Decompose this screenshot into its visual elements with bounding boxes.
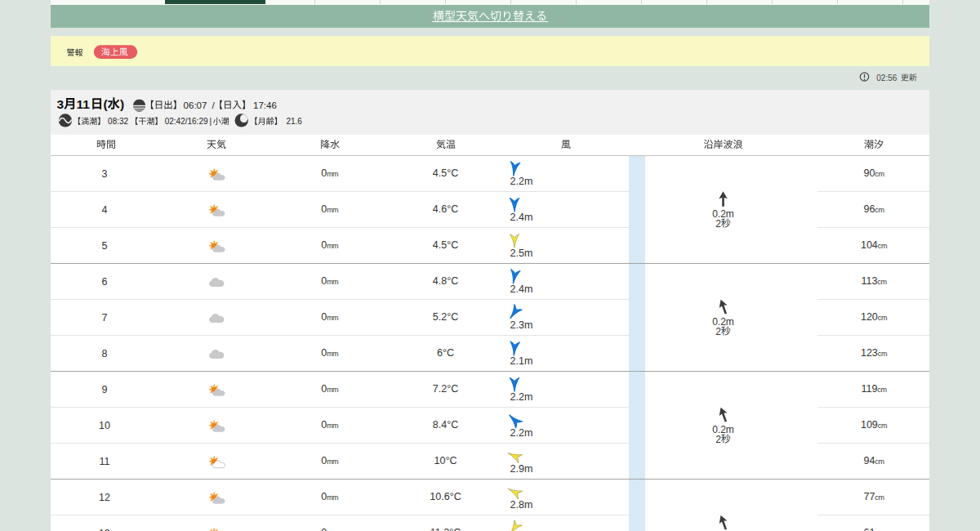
svg-text:9: 9 [102,384,108,395]
svg-text:2.2m: 2.2m [510,176,533,187]
svg-text:10.6°C: 10.6°C [430,491,461,502]
svg-text:0mm: 0mm [321,203,338,215]
svg-text:11: 11 [77,97,91,111]
svg-text:2.4m: 2.4m [510,212,533,223]
svg-text:02:42/16:29: 02:42/16:29 [165,117,208,126]
svg-text:96cm: 96cm [863,203,884,215]
svg-text:0mm: 0mm [321,275,338,287]
svg-text:120cm: 120cm [861,311,887,323]
svg-text:02:56: 02:56 [876,74,897,83]
svg-text:0mm: 0mm [321,167,338,179]
svg-text:0mm: 0mm [321,419,338,431]
svg-text:2.8m: 2.8m [510,499,533,511]
svg-text:4.8°C: 4.8°C [433,275,458,287]
svg-text:08:32: 08:32 [108,117,128,126]
svg-text:119cm: 119cm [861,383,886,395]
svg-text:0mm: 0mm [321,455,338,466]
svg-text:2.5m: 2.5m [510,248,533,259]
svg-text:2: 2 [715,326,721,337]
svg-text:77cm: 77cm [863,491,884,502]
svg-text:17:46: 17:46 [253,100,277,110]
svg-text:|: | [209,117,212,126]
svg-text:2.2m: 2.2m [510,391,533,403]
svg-text:90cm: 90cm [863,167,884,179]
svg-text:3: 3 [102,168,108,180]
svg-text:2: 2 [715,218,721,230]
svg-text:113cm: 113cm [861,275,886,287]
svg-text:2.1m: 2.1m [510,355,533,367]
svg-text:7: 7 [102,312,108,324]
svg-text:8: 8 [102,348,108,359]
svg-text:0mm: 0mm [321,491,338,502]
svg-text:0mm: 0mm [321,239,338,251]
svg-text:11.2°C: 11.2°C [430,527,461,531]
svg-text:06:07: 06:07 [184,100,207,110]
svg-text:(: ( [103,97,108,111]
svg-text:): ) [120,97,124,111]
svg-text:0mm: 0mm [321,347,338,359]
svg-text:5.2°C: 5.2°C [433,311,458,323]
svg-text:6°C: 6°C [437,347,454,359]
svg-text:109cm: 109cm [861,419,887,431]
svg-text:0mm: 0mm [321,311,338,323]
svg-text:4.5°C: 4.5°C [433,239,458,251]
svg-text:4.5°C: 4.5°C [433,167,458,179]
svg-text:6: 6 [102,276,108,288]
svg-text:13: 13 [99,528,110,531]
svg-text:2.9m: 2.9m [510,463,533,475]
svg-text:123cm: 123cm [861,347,887,359]
svg-text:2.4m: 2.4m [510,283,533,295]
svg-text:0mm: 0mm [321,383,338,395]
svg-text:3: 3 [57,97,65,111]
svg-text:10°C: 10°C [434,455,457,466]
svg-text:2.2m: 2.2m [510,427,533,439]
svg-text:2: 2 [715,434,721,445]
svg-text:11: 11 [100,456,110,467]
svg-text:94cm: 94cm [863,455,884,466]
svg-text:21.6: 21.6 [286,117,302,126]
svg-text:12: 12 [99,492,110,503]
svg-text:8.4°C: 8.4°C [433,419,458,431]
svg-text:104cm: 104cm [861,239,887,251]
svg-text:4.6°C: 4.6°C [433,203,458,215]
svg-text:10: 10 [99,420,110,431]
svg-text:2.3m: 2.3m [510,319,533,331]
svg-text:4: 4 [102,204,108,216]
svg-text:5: 5 [102,240,108,252]
svg-text:7.2°C: 7.2°C [433,383,458,395]
